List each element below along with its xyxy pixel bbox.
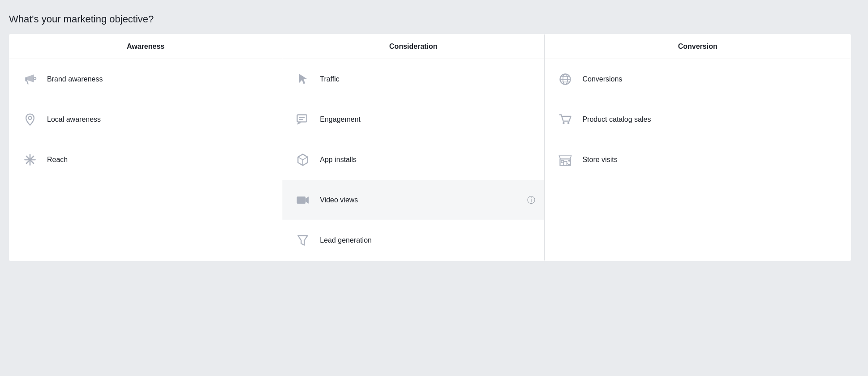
page-title: What's your marketing objective?: [9, 13, 154, 25]
conversion-empty-item-2: [545, 220, 851, 261]
conversion-empty-cell: [545, 180, 851, 261]
app-installs-label: App installs: [320, 156, 357, 164]
traffic-cell: Traffic: [282, 59, 545, 100]
product-catalog-sales-cell: Product catalog sales: [545, 99, 851, 140]
app-installs-cell: App installs: [282, 140, 545, 180]
box-icon: [293, 150, 313, 170]
globe-icon: [555, 69, 575, 89]
location-pin-icon: [20, 110, 40, 129]
awareness-empty-item: [9, 180, 282, 220]
video-views-item[interactable]: Video views ⓘ: [282, 180, 544, 220]
svg-line-19: [298, 157, 303, 160]
traffic-label: Traffic: [320, 75, 339, 83]
objective-table: Awareness Consideration Conversion: [9, 34, 851, 261]
engagement-label: Engagement: [320, 115, 361, 124]
lead-generation-item[interactable]: Lead generation: [282, 220, 544, 261]
awareness-empty-item-2: [9, 220, 282, 261]
reach-label: Reach: [47, 156, 68, 164]
brand-awareness-item[interactable]: Brand awareness: [9, 59, 282, 99]
svg-point-8: [28, 116, 31, 120]
svg-point-13: [567, 122, 569, 124]
video-views-label: Video views: [320, 196, 358, 204]
svg-marker-2: [299, 74, 308, 84]
engagement-item[interactable]: Engagement: [282, 99, 544, 140]
brand-awareness-label: Brand awareness: [47, 75, 103, 83]
svg-line-23: [303, 154, 308, 157]
local-awareness-cell: Local awareness: [9, 99, 282, 140]
conversion-header: Conversion: [545, 34, 851, 59]
store-visits-label: Store visits: [582, 156, 617, 164]
engagement-cell: Engagement: [282, 99, 545, 140]
consideration-header: Consideration: [282, 34, 545, 59]
lead-generation-label: Lead generation: [320, 236, 372, 244]
traffic-item[interactable]: Traffic: [282, 59, 544, 99]
local-awareness-label: Local awareness: [47, 115, 101, 124]
svg-point-12: [563, 122, 565, 124]
megaphone-icon: [20, 69, 40, 89]
asterisk-icon: [20, 150, 40, 170]
reach-cell: Reach: [9, 140, 282, 180]
store-icon: [555, 150, 575, 170]
conversions-cell: Conversions: [545, 59, 851, 100]
store-visits-item[interactable]: Store visits: [545, 140, 851, 180]
video-views-cell: Video views ⓘ Lead generation: [282, 180, 545, 261]
cursor-icon: [293, 69, 313, 89]
svg-marker-31: [298, 235, 308, 245]
brand-awareness-cell: Brand awareness: [9, 59, 282, 100]
awareness-header: Awareness: [9, 34, 282, 59]
svg-point-27: [567, 163, 568, 164]
svg-marker-30: [305, 197, 309, 204]
cart-icon: [555, 110, 575, 129]
store-visits-cell: Store visits: [545, 140, 851, 180]
svg-line-20: [303, 157, 308, 160]
conversion-empty-item-1: [545, 180, 851, 220]
svg-rect-9: [297, 115, 307, 122]
info-icon[interactable]: ⓘ: [527, 195, 535, 205]
row-1: Brand awareness Traffic: [9, 59, 851, 100]
header-row: Awareness Consideration Conversion: [9, 34, 851, 59]
product-catalog-sales-label: Product catalog sales: [582, 115, 651, 124]
row-2: Local awareness Engagement: [9, 99, 851, 140]
chat-icon: [293, 110, 313, 129]
reach-item[interactable]: Reach: [9, 140, 282, 180]
svg-rect-25: [564, 162, 567, 166]
awareness-empty-cell: [9, 180, 282, 261]
svg-rect-29: [297, 197, 306, 204]
local-awareness-item[interactable]: Local awareness: [9, 99, 282, 140]
app-installs-item[interactable]: App installs: [282, 140, 544, 180]
svg-line-22: [298, 154, 303, 157]
row-3: Reach App ins: [9, 140, 851, 180]
video-icon: [293, 190, 313, 210]
row-4: Video views ⓘ Lead generation: [9, 180, 851, 261]
conversions-label: Conversions: [582, 75, 622, 83]
svg-point-1: [34, 77, 36, 80]
product-catalog-sales-item[interactable]: Product catalog sales: [545, 99, 851, 140]
filter-icon: [293, 231, 313, 250]
svg-point-28: [568, 160, 570, 162]
conversions-item[interactable]: Conversions: [545, 59, 851, 99]
